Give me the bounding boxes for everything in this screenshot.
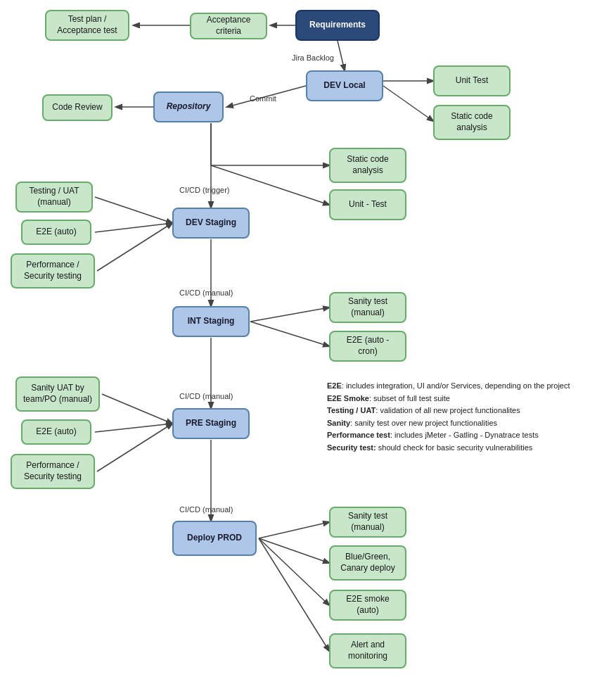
- blue-green-node: Blue/Green, Canary deploy: [329, 545, 406, 581]
- dev-staging-node: DEV Staging: [172, 208, 250, 239]
- testing-uat-node: Testing / UAT (manual): [15, 182, 93, 213]
- e2e-auto2-node: E2E (auto): [21, 419, 91, 445]
- svg-line-9: [211, 165, 329, 205]
- perf-sec2-node: Performance / Security testing: [11, 454, 95, 489]
- cicd-manual2-label: CI/CD (manual): [179, 392, 233, 400]
- svg-line-18: [102, 394, 172, 424]
- alert-monitoring-node: Alert and monitoring: [329, 633, 406, 668]
- e2e-auto1-node: E2E (auto): [21, 220, 91, 245]
- svg-line-4: [383, 86, 433, 121]
- deploy-prod-node: Deploy PROD: [172, 521, 257, 556]
- svg-line-22: [259, 522, 329, 538]
- dev-local-node: DEV Local: [306, 70, 383, 101]
- svg-line-2: [338, 41, 345, 70]
- jira-backlog-label: Jira Backlog: [292, 53, 334, 62]
- svg-line-24: [259, 538, 329, 605]
- svg-line-16: [250, 322, 329, 346]
- commit-label: Commit: [250, 94, 276, 103]
- unit-test-dev-node: Unit Test: [433, 65, 511, 96]
- requirements-node: Requirements: [295, 10, 380, 41]
- e2e-smoke-node: E2E smoke (auto): [329, 590, 406, 621]
- cicd-manual3-label: CI/CD (manual): [179, 505, 233, 514]
- pre-staging-node: PRE Staging: [172, 408, 250, 439]
- legend: E2E: includes integration, UI and/or Ser…: [327, 380, 601, 455]
- static-code-staging-node: Static code analysis: [329, 148, 406, 183]
- svg-line-11: [95, 197, 172, 223]
- svg-line-20: [97, 424, 172, 471]
- svg-line-13: [97, 223, 172, 271]
- diagram: Requirements Acceptance criteria Test pl…: [0, 0, 616, 691]
- test-plan-node: Test plan / Acceptance test: [45, 10, 129, 41]
- cicd-trigger-label: CI/CD (trigger): [179, 186, 230, 194]
- acceptance-criteria-node: Acceptance criteria: [190, 13, 267, 39]
- int-staging-node: INT Staging: [172, 306, 250, 337]
- sanity-prod-node: Sanity test (manual): [329, 507, 406, 538]
- svg-line-23: [259, 538, 329, 563]
- static-code-dev-node: Static code analysis: [433, 105, 511, 140]
- svg-line-15: [250, 308, 329, 322]
- sanity-uat-pre-node: Sanity UAT by team/PO (manual): [15, 376, 100, 412]
- repository-node: Repository: [153, 91, 224, 122]
- sanity-int-node: Sanity test (manual): [329, 292, 406, 323]
- svg-line-19: [95, 424, 172, 432]
- code-review-node: Code Review: [42, 94, 113, 121]
- unit-test-staging-node: Unit - Test: [329, 189, 406, 220]
- perf-sec1-node: Performance / Security testing: [11, 253, 95, 289]
- svg-line-25: [259, 538, 329, 651]
- svg-line-12: [95, 223, 172, 232]
- cicd-manual1-label: CI/CD (manual): [179, 289, 233, 297]
- e2e-cron-node: E2E (auto - cron): [329, 331, 406, 362]
